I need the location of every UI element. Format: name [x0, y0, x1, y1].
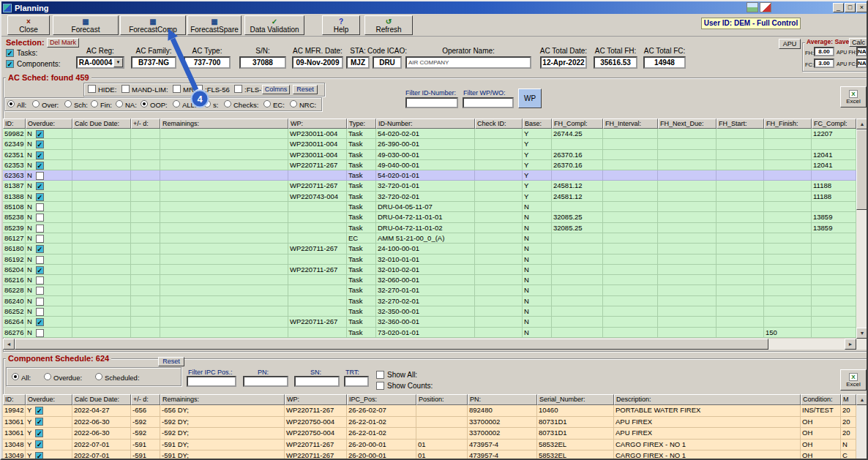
table-row[interactable]: 62351N✓WP230011-004Task49-030-00-01Y2637… [3, 150, 856, 160]
titlebar-graphic-icon-1[interactable] [747, 2, 758, 12]
row-checkbox[interactable]: ✓ [36, 140, 44, 148]
column-header-calc-due-date[interactable]: Calc Due Date: [72, 394, 131, 405]
flag-checkbox-mand-lim[interactable] [121, 85, 130, 93]
row-checkbox[interactable]: ✓ [35, 407, 43, 415]
flag-checkbox-hide[interactable] [88, 85, 96, 93]
comp-filter-input-trt[interactable] [344, 376, 369, 387]
refresh-button[interactable]: ↺ Refresh [364, 15, 413, 35]
sched-radio-over[interactable] [32, 100, 40, 108]
data-validation-button[interactable]: ✓ Data Validation [244, 15, 304, 35]
column-header-wp[interactable]: WP: [288, 118, 347, 129]
column-header-overdue[interactable]: Overdue: [26, 394, 72, 405]
comp-radio-scheduled[interactable] [95, 373, 102, 380]
minimize-button[interactable]: _ [833, 3, 844, 12]
column-header-m[interactable]: M [841, 394, 856, 405]
row-checkbox[interactable]: ✓ [36, 318, 44, 326]
table-row[interactable]: 86240NTask32-270-02-01N [3, 296, 856, 306]
column-header-id[interactable]: ID: [3, 394, 26, 405]
field-ac-reg[interactable]: RA-00004▼ [76, 56, 124, 69]
scroll-up-button[interactable]: ▲ [856, 118, 868, 129]
table-row[interactable]: 19942Y✓2022-04-27-656-656 DY;WP220711-26… [3, 405, 856, 417]
row-checkbox[interactable] [36, 235, 44, 243]
scroll-left-button[interactable]: ◄ [3, 339, 15, 350]
components-checkbox[interactable]: ✓ [6, 60, 14, 68]
sched-radio-oop[interactable] [141, 100, 148, 108]
column-header-serial-number[interactable]: Serial_Number: [537, 394, 614, 405]
sched-radio-fin[interactable] [91, 100, 98, 108]
table-row[interactable]: 62353N✓WP220711-267Task49-040-00-01Y2637… [3, 160, 856, 170]
row-checkbox[interactable]: ✓ [36, 245, 44, 253]
sched-radio-checks[interactable] [224, 100, 231, 108]
comp-filter-input-sn[interactable] [294, 376, 340, 387]
column-header-fc-compl[interactable]: FC_Compl: [812, 118, 856, 129]
row-checkbox[interactable] [36, 298, 44, 306]
table-row[interactable]: 86252NTask32-350-00-01N [3, 306, 856, 317]
comp-radio-all[interactable] [12, 373, 19, 380]
scroll-down-button[interactable]: ▼ [856, 328, 868, 339]
flag-checkbox-fls-56[interactable] [195, 85, 203, 93]
row-checkbox[interactable] [36, 287, 44, 295]
comp-filter-input-pn[interactable] [243, 376, 288, 387]
column-header-condition[interactable]: Condition: [801, 394, 841, 405]
calc-button[interactable]: Calc [849, 38, 868, 47]
column-header-remainings[interactable]: Remainings: [160, 118, 288, 129]
row-checkbox[interactable] [36, 256, 44, 264]
flag-checkbox-fls-75[interactable] [234, 85, 242, 93]
column-header-calc-due-date[interactable]: Calc Due Date: [72, 118, 131, 129]
table-row[interactable]: 85239NTaskDRU-04-72-11-01-02N32085.25138… [3, 223, 856, 233]
sched-radio-s[interactable] [203, 100, 211, 108]
column-header-pn[interactable]: PN: [468, 394, 537, 405]
table-row[interactable]: 81387N✓WP220711-267Task32-720-01-01Y2458… [3, 181, 856, 191]
table-row[interactable]: 59982N✓WP230011-004Task54-020-02-01Y2674… [3, 129, 856, 139]
row-checkbox[interactable] [36, 276, 44, 284]
forecast-button[interactable]: ▦ Forecast [53, 15, 119, 35]
close-window-button[interactable]: × [856, 3, 867, 12]
row-checkbox[interactable] [36, 308, 44, 316]
column-header-id-number[interactable]: ID-Number: [376, 118, 475, 129]
column-header-fh-next-due[interactable]: FH_Next_Due: [658, 118, 717, 129]
table-row[interactable]: 62363NTask54-020-01-01Y [3, 170, 856, 181]
row-checkbox[interactable]: ✓ [36, 162, 44, 170]
row-checkbox[interactable] [36, 172, 44, 180]
column-header-fh-compl[interactable]: FH_Compl: [552, 118, 603, 129]
forecast-comp-button[interactable]: ▦ ForecastComp [120, 15, 186, 35]
row-checkbox[interactable]: ✓ [36, 182, 44, 190]
table-row[interactable]: 86127NECAMM 51-21-00_0_(A)N [3, 233, 856, 244]
show-all-checkbox[interactable] [376, 371, 384, 379]
sched-radio-all[interactable] [7, 100, 15, 108]
wp-button[interactable]: WP [518, 88, 542, 108]
table-row[interactable]: 86204N✓WP220711-267Task32-010-02-01N [3, 265, 856, 275]
help-button[interactable]: ? Help [322, 15, 360, 35]
maximize-button[interactable]: □ [845, 3, 856, 12]
table-row[interactable]: 13049Y✓2022-07-01-591-591 DY;WP220711-26… [3, 450, 856, 460]
row-checkbox[interactable] [36, 203, 44, 211]
table-row[interactable]: 62349N✓WP230011-004Task26-390-00-01Y [3, 139, 856, 149]
row-checkbox[interactable]: ✓ [36, 193, 44, 201]
ac-reg-dropdown-arrow-icon[interactable]: ▼ [113, 58, 123, 67]
ac-sched-reset-button[interactable]: Reset [293, 85, 318, 94]
row-checkbox[interactable]: ✓ [36, 151, 44, 159]
table-row[interactable]: 86216NTask32-060-00-01N [3, 275, 856, 285]
sched-radio-na[interactable] [116, 100, 123, 108]
column-header-fh-interval[interactable]: FH_Interval: [603, 118, 658, 129]
row-checkbox[interactable]: ✓ [36, 266, 44, 274]
table-row[interactable]: 13061Y✓2022-06-30-592-592 DY;WP220750-00… [3, 417, 856, 429]
main-table-hscrollbar[interactable]: ◄ ► [3, 339, 856, 350]
row-checkbox[interactable] [36, 225, 44, 233]
component-reset-button[interactable]: Reset [158, 357, 184, 366]
table-row[interactable]: 85108NTaskDRU-04-05-11-07N [3, 202, 856, 212]
column-header-wp[interactable]: WP: [285, 394, 347, 405]
row-checkbox[interactable] [36, 329, 44, 337]
columns-button[interactable]: Colmns [262, 85, 290, 94]
hscroll-thumb[interactable] [15, 339, 768, 350]
main-table-vscrollbar[interactable]: ▲ ▼ [856, 118, 868, 350]
component-table-vscrollbar[interactable]: ▲ [856, 394, 868, 460]
row-checkbox[interactable]: ✓ [35, 429, 43, 437]
column-header-remainings[interactable]: Remainings: [160, 394, 285, 405]
vscroll-thumb[interactable] [856, 129, 868, 210]
column-header-d[interactable]: +/- d: [131, 394, 160, 405]
close-button[interactable]: × Close [7, 15, 50, 35]
table-row[interactable]: 13061Y✓2022-06-30-592-592 DY;WP220750-00… [3, 428, 856, 440]
apu-button[interactable]: APU [779, 39, 801, 49]
column-header-type[interactable]: Type: [347, 118, 376, 129]
